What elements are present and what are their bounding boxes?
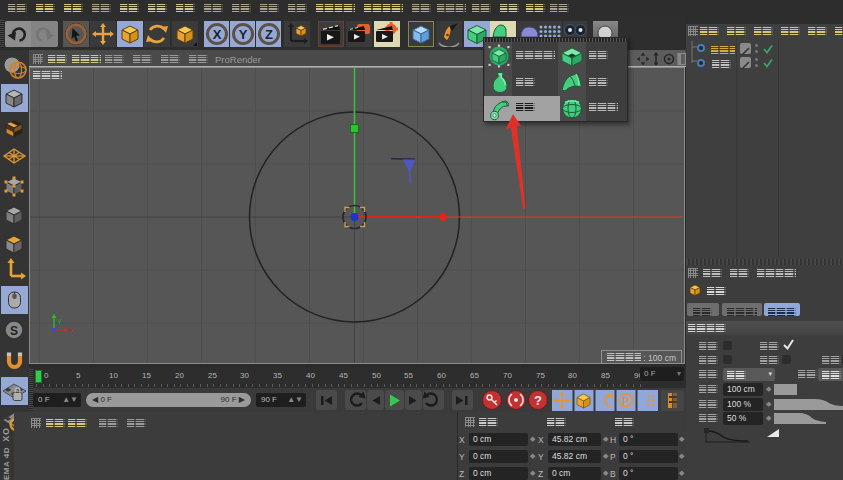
svg-text:P: P bbox=[623, 396, 630, 407]
svg-text:Y: Y bbox=[57, 318, 62, 325]
svg-text:X: X bbox=[213, 27, 222, 42]
svg-text:S: S bbox=[10, 324, 18, 338]
svg-text:Y: Y bbox=[239, 27, 248, 42]
svg-text:?: ? bbox=[534, 393, 542, 408]
svg-text:Z: Z bbox=[265, 27, 273, 42]
svg-text:X: X bbox=[69, 327, 74, 334]
